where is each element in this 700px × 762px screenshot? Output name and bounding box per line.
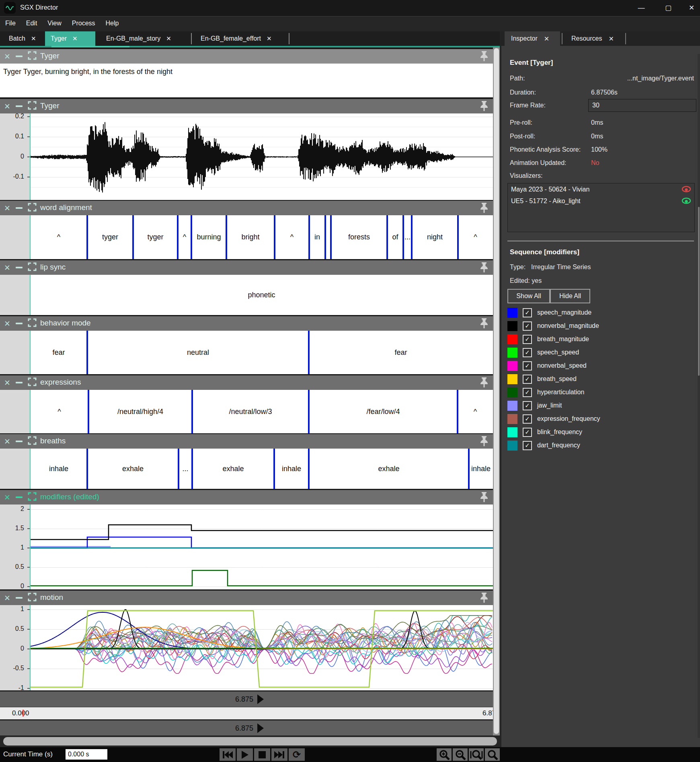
expand-panel-icon[interactable] xyxy=(28,51,37,62)
close-panel-icon[interactable]: ✕ xyxy=(4,378,10,387)
playhead-cursor[interactable] xyxy=(30,449,31,489)
track-segment[interactable]: forests xyxy=(331,215,387,259)
segment-boundary[interactable] xyxy=(191,215,192,259)
segment-boundary[interactable] xyxy=(86,449,88,489)
tab-close-icon[interactable]: ✕ xyxy=(267,35,272,42)
track-segment[interactable]: ^ xyxy=(458,390,493,433)
track-segment[interactable]: exhale xyxy=(192,449,274,489)
expand-panel-icon[interactable] xyxy=(28,318,37,329)
track-segment[interactable]: fear xyxy=(309,331,493,374)
segment-boundary[interactable] xyxy=(402,215,404,259)
tab-close-icon[interactable]: ✕ xyxy=(31,35,36,42)
pin-icon[interactable] xyxy=(479,51,490,62)
track-segment[interactable]: of xyxy=(387,215,403,259)
playhead-cursor[interactable] xyxy=(30,215,31,259)
segment-boundary[interactable] xyxy=(88,390,89,433)
horizontal-scrollbar-thumb[interactable] xyxy=(3,737,497,746)
legend-row-hyperarticulation[interactable]: ✓hyperarticulation xyxy=(507,387,584,397)
segment-boundary[interactable] xyxy=(86,215,88,259)
track-segment[interactable]: night xyxy=(412,215,458,259)
menu-edit[interactable]: Edit xyxy=(21,16,43,30)
panel-content-tyger[interactable]: 0.20.10-0.1 xyxy=(0,113,493,200)
legend-row-nonverbal_speed[interactable]: ✓nonverbal_speed xyxy=(507,360,587,371)
panel-header-word-alignment[interactable]: ✕word alignment xyxy=(0,201,493,215)
legend-checkbox[interactable]: ✓ xyxy=(523,414,532,424)
pin-icon[interactable] xyxy=(479,436,490,447)
legend-row-blink_frequency[interactable]: ✓blink_frequency xyxy=(507,427,582,437)
zoom-fit-button[interactable] xyxy=(469,748,484,761)
track-segment[interactable]: phonetic xyxy=(30,275,493,315)
playhead-cursor[interactable] xyxy=(30,505,31,589)
panel-header-modifiers-edited-[interactable]: ✕modifiers (edited) xyxy=(0,490,493,505)
segment-boundary[interactable] xyxy=(468,449,470,489)
track-segment[interactable]: ^ xyxy=(178,215,191,259)
panel-content-tyger[interactable]: Tyger Tyger, burning bright, in the fore… xyxy=(0,64,493,97)
time-range-row[interactable]: 0.000 6.875 xyxy=(0,707,500,719)
close-panel-icon[interactable]: ✕ xyxy=(4,263,10,272)
visualizer-row[interactable]: UE5 - 51772 - Aiko_light xyxy=(508,195,694,207)
track-segment[interactable]: ... xyxy=(403,215,412,259)
minimize-panel-icon[interactable] xyxy=(16,267,23,268)
segment-boundary[interactable] xyxy=(308,215,310,259)
minimize-panel-icon[interactable] xyxy=(16,597,23,599)
menu-process[interactable]: Process xyxy=(67,16,101,30)
pin-icon[interactable] xyxy=(479,592,490,603)
track-segment[interactable]: exhale xyxy=(87,449,179,489)
panel-header-behavior-mode[interactable]: ✕behavior mode xyxy=(0,316,493,331)
sidebar-scrollbar[interactable] xyxy=(698,54,700,738)
close-panel-icon[interactable]: ✕ xyxy=(4,319,10,328)
track-segment[interactable]: ^ xyxy=(458,215,493,259)
playhead-cursor[interactable] xyxy=(30,331,31,374)
waveform-plot[interactable] xyxy=(30,113,493,200)
tab-en-gb-female-effort[interactable]: En-GB_female_effort✕ xyxy=(195,31,287,46)
minimize-panel-icon[interactable] xyxy=(16,56,23,57)
panel-content-breaths[interactable]: inhaleexhale...exhaleinhaleexhaleinhale xyxy=(0,449,493,489)
track-segment[interactable]: fear xyxy=(30,331,87,374)
track-segment[interactable]: inhale xyxy=(30,449,87,489)
segment-boundary[interactable] xyxy=(177,215,179,259)
legend-checkbox[interactable]: ✓ xyxy=(523,361,532,371)
close-panel-icon[interactable]: ✕ xyxy=(4,204,10,213)
pin-icon[interactable] xyxy=(479,101,490,112)
transcript-text[interactable]: Tyger Tyger, burning bright, in the fore… xyxy=(3,68,172,76)
frame-rate-input[interactable] xyxy=(588,99,696,112)
legend-checkbox[interactable]: ✓ xyxy=(523,401,532,410)
playback-bar-bottom[interactable]: 6.875 xyxy=(0,720,500,736)
segment-boundary[interactable] xyxy=(178,449,179,489)
sidebar-tab-close-icon[interactable]: ✕ xyxy=(544,35,549,43)
track-segment[interactable]: tyger xyxy=(87,215,133,259)
zoom-selection-button[interactable] xyxy=(485,748,500,761)
panel-header-expressions[interactable]: ✕expressions xyxy=(0,375,493,390)
panel-header-breaths[interactable]: ✕breaths xyxy=(0,434,493,449)
legend-checkbox[interactable]: ✓ xyxy=(523,441,532,450)
segment-boundary[interactable] xyxy=(411,215,413,259)
minimize-window-button[interactable]: — xyxy=(633,3,649,13)
segment-boundary[interactable] xyxy=(308,331,310,374)
legend-row-breath_magnitude[interactable]: ✓breath_magnitude xyxy=(507,334,589,344)
legend-checkbox[interactable]: ✓ xyxy=(523,375,532,384)
track-segment[interactable]: inhale xyxy=(274,449,309,489)
track-segment[interactable]: ... xyxy=(179,449,192,489)
minimize-panel-icon[interactable] xyxy=(16,441,23,442)
segment-boundary[interactable] xyxy=(457,390,458,433)
track-segment[interactable]: bright xyxy=(226,215,275,259)
show-all-button[interactable]: Show All xyxy=(507,289,550,303)
close-panel-icon[interactable]: ✕ xyxy=(4,52,10,61)
minimize-panel-icon[interactable] xyxy=(16,382,23,383)
close-panel-icon[interactable]: ✕ xyxy=(4,493,10,502)
tab-close-icon[interactable]: ✕ xyxy=(166,35,171,42)
modifiers-plot[interactable] xyxy=(30,505,493,589)
track-segment[interactable]: neutral xyxy=(87,331,309,374)
playhead-cursor[interactable] xyxy=(30,275,31,315)
playhead-cursor[interactable] xyxy=(30,605,31,690)
segment-boundary[interactable] xyxy=(274,215,275,259)
visibility-eye-icon[interactable] xyxy=(682,197,691,208)
pin-icon[interactable] xyxy=(479,202,490,214)
panel-header-motion[interactable]: ✕motion xyxy=(0,591,493,605)
track-segment[interactable]: in xyxy=(309,215,325,259)
playback-bar-top[interactable]: 6.875 xyxy=(0,691,500,707)
playhead-cursor[interactable] xyxy=(30,113,31,200)
panel-content-word-alignment[interactable]: ^tygertyger^burningbright^inforestsof...… xyxy=(0,215,493,259)
zoom-out-button[interactable] xyxy=(453,748,468,761)
legend-row-expression_frequency[interactable]: ✓expression_frequency xyxy=(507,414,600,424)
